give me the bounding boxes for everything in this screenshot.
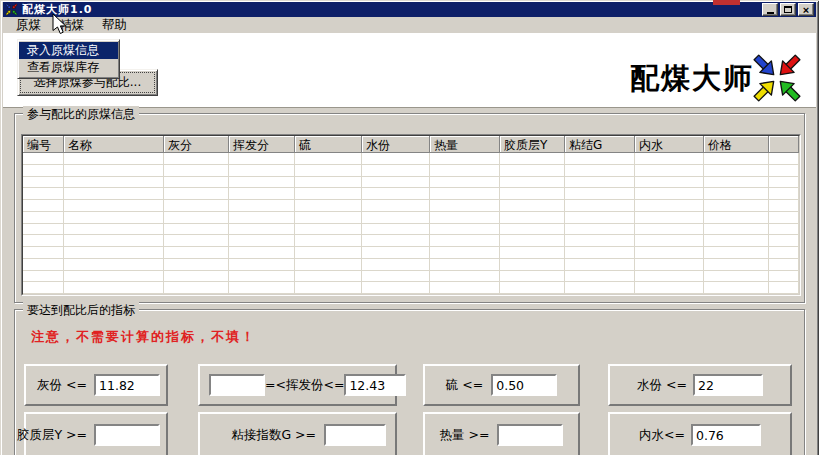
table-cell — [500, 153, 565, 165]
table-cell — [704, 282, 769, 294]
table-cell — [229, 282, 295, 294]
column-header: 硫 — [295, 136, 362, 153]
table-cell — [769, 177, 799, 189]
table-cell — [565, 235, 635, 247]
volatile-label: =<挥发份<= — [265, 377, 344, 394]
table-cell — [704, 188, 769, 200]
table-cell — [295, 200, 362, 212]
table-cell — [229, 200, 295, 212]
table-cell — [500, 247, 565, 259]
column-header: 编号 — [23, 136, 64, 153]
inner-moisture-label: 内水<= — [639, 427, 685, 444]
coal-grid[interactable]: 编号名称灰分挥发分硫水份热量胶质层Y粘结G内水价格 — [21, 134, 801, 296]
table-cell — [635, 282, 704, 294]
table-cell — [565, 271, 635, 283]
ash-input[interactable] — [94, 374, 160, 396]
table-cell — [635, 271, 704, 283]
maximize-icon — [784, 6, 792, 13]
table-cell — [164, 224, 229, 236]
table-row — [23, 271, 799, 283]
mouse-cursor-icon — [52, 13, 68, 39]
table-cell — [430, 235, 500, 247]
table-cell — [430, 282, 500, 294]
menu-raw-coal[interactable]: 原煤 — [7, 16, 50, 35]
table-cell — [23, 153, 64, 165]
table-row — [23, 188, 799, 200]
moisture-label: 水份 <= — [637, 377, 687, 394]
table-cell — [23, 271, 64, 283]
table-cell — [64, 259, 164, 271]
table-cell — [362, 153, 430, 165]
app-window: 配煤大师1.0 × 原煤 精煤 帮助 配煤大师 选择原煤参与配比... 录入原煤… — [0, 0, 819, 455]
inner-moisture-input[interactable] — [691, 424, 761, 446]
table-cell — [565, 247, 635, 259]
table-cell — [23, 188, 64, 200]
table-cell — [635, 165, 704, 177]
table-cell — [769, 153, 799, 165]
table-cell — [164, 282, 229, 294]
table-cell — [362, 177, 430, 189]
caking-index-field-panel: 粘接指数G >= — [198, 412, 397, 455]
table-cell — [362, 247, 430, 259]
close-button[interactable]: × — [798, 3, 814, 16]
table-cell — [362, 188, 430, 200]
table-cell — [64, 212, 164, 224]
table-cell — [64, 271, 164, 283]
caking-index-input[interactable] — [324, 424, 386, 446]
table-cell — [229, 247, 295, 259]
table-cell — [23, 247, 64, 259]
table-cell — [164, 271, 229, 283]
table-row — [23, 282, 799, 294]
table-cell — [635, 200, 704, 212]
table-cell — [23, 224, 64, 236]
ash-label: 灰份 <= — [37, 377, 87, 394]
table-cell — [229, 177, 295, 189]
table-cell — [500, 200, 565, 212]
menu-help[interactable]: 帮助 — [93, 16, 136, 35]
table-cell — [295, 282, 362, 294]
table-cell — [295, 165, 362, 177]
target-indicators-groupbox: 要达到配比后的指标 注意，不需要计算的指标，不填！ 灰份 <= =<挥发份<= … — [14, 309, 805, 455]
sulfur-input[interactable] — [491, 374, 557, 396]
volatile-min-input[interactable] — [209, 374, 265, 396]
table-cell — [64, 200, 164, 212]
table-cell — [362, 165, 430, 177]
table-cell — [164, 247, 229, 259]
table-row — [23, 200, 799, 212]
table-cell — [362, 235, 430, 247]
table-cell — [164, 153, 229, 165]
table-cell — [430, 247, 500, 259]
minimize-button[interactable] — [762, 3, 778, 16]
table-cell — [64, 177, 164, 189]
heat-input[interactable] — [497, 424, 563, 446]
gel-layer-label: 胶质层Y >= — [17, 427, 87, 444]
table-cell — [295, 188, 362, 200]
maximize-button[interactable] — [780, 3, 796, 16]
table-row — [23, 235, 799, 247]
table-cell — [164, 177, 229, 189]
heat-field-panel: 热量 >= — [423, 412, 580, 455]
column-header: 粘结G — [565, 136, 635, 153]
table-cell — [295, 177, 362, 189]
table-cell — [704, 271, 769, 283]
gel-layer-input[interactable] — [94, 424, 160, 446]
table-cell — [500, 259, 565, 271]
column-header: 名称 — [64, 136, 164, 153]
table-cell — [229, 259, 295, 271]
grid-body — [23, 153, 799, 294]
moisture-input[interactable] — [693, 374, 763, 396]
menu-item-enter-raw-coal-info[interactable]: 录入原煤信息 — [19, 42, 118, 59]
table-cell — [64, 282, 164, 294]
table-cell — [430, 153, 500, 165]
table-cell — [430, 224, 500, 236]
table-cell — [430, 188, 500, 200]
table-cell — [164, 188, 229, 200]
menu-item-view-raw-coal-stock[interactable]: 查看原煤库存 — [19, 59, 118, 76]
table-cell — [164, 235, 229, 247]
table-row — [23, 224, 799, 236]
table-cell — [295, 235, 362, 247]
blend-coal-info-groupbox: 参与配比的原煤信息 编号名称灰分挥发分硫水份热量胶质层Y粘结G内水价格 — [14, 113, 805, 303]
table-cell — [23, 165, 64, 177]
menu-bar: 原煤 精煤 帮助 — [3, 17, 816, 33]
volatile-max-input[interactable] — [344, 374, 406, 396]
